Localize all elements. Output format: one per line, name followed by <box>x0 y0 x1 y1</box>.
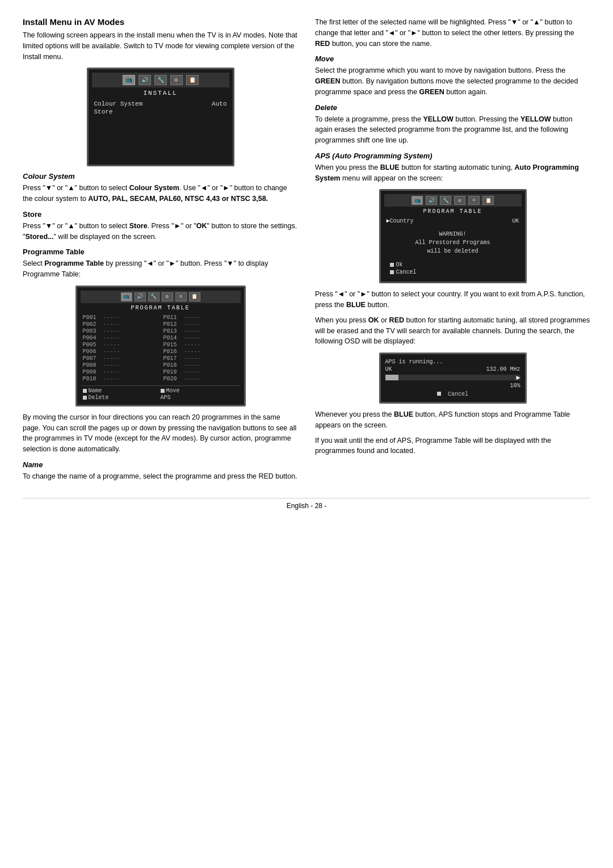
running-country: UK <box>385 366 392 372</box>
pt-icon-list: ≡ <box>175 292 187 301</box>
aps-title: APS (Auto Programming System) <box>315 152 590 160</box>
prog-table-menu-bar: 📺 🔊 🔧 ⚙ ≡ 📋 <box>81 291 241 303</box>
prog-p019: P019----- <box>163 369 238 375</box>
section-aps-desc4: If you wait until the end of APS, Progra… <box>315 435 590 457</box>
footer-name: Name <box>83 388 161 394</box>
prog-p001: P001----- <box>83 315 158 321</box>
section-prog-desc: By moving the cursor in four directions … <box>23 412 298 455</box>
running-cancel-row: Cancel <box>385 391 520 397</box>
prog-p016: P016----- <box>163 349 238 355</box>
running-percent-row: 10% <box>385 383 520 389</box>
aps-ok-row: Ok <box>390 262 516 268</box>
section-name-cont: The first letter of the selected name wi… <box>315 17 590 49</box>
colour-system-title: Colour System <box>23 172 298 181</box>
name-section-title: Name <box>23 460 298 469</box>
aps-icon-tools: 🔧 <box>440 196 451 205</box>
running-cancel-bullet <box>437 392 441 396</box>
aps-desc3-para: Whenever you press the BLUE button, APS … <box>315 409 590 431</box>
left-column: Install Menu in AV Modes The following s… <box>23 17 298 487</box>
aps-running-screen: APS is running... UK 132.00 MHz ► 10% Ca… <box>379 353 527 404</box>
section-move: Move Select the programme which you want… <box>315 54 590 97</box>
aps-cancel-label: Cancel <box>396 269 417 275</box>
prog-p002: P002----- <box>83 321 158 328</box>
aps-country-row: ► Country UK <box>384 217 522 225</box>
install-screen-title: INSTALL <box>92 90 229 97</box>
prog-p015: P015----- <box>163 342 238 348</box>
aps-running-text: APS is running... <box>385 359 443 365</box>
aps-screen-title: PROGRAM TABLE <box>384 208 522 215</box>
programme-table-para: Select Programme Table by pressing "◄" o… <box>23 258 298 280</box>
prog-p013: P013----- <box>163 328 238 334</box>
running-text-row: APS is running... <box>385 359 520 365</box>
prog-p012: P012----- <box>163 321 238 328</box>
prog-p009: P009----- <box>83 369 158 375</box>
install-row-store: Store <box>92 108 229 116</box>
footer-name-label: Name <box>89 388 102 394</box>
name-section-para: To change the name of a programme, selec… <box>23 471 298 482</box>
aps-icon-audio: 🔊 <box>426 196 437 205</box>
section-colour-system: Colour System Press "▼" or "▲" button to… <box>23 172 298 204</box>
install-menu-bar: 📺 🔊 🔧 ⚙ 📋 <box>92 73 229 87</box>
move-para: Select the programme which you want to m… <box>315 65 590 97</box>
name-bullet-icon <box>83 389 87 393</box>
prog-p018: P018----- <box>163 362 238 368</box>
prog-p010: P010----- <box>83 376 158 382</box>
section-aps: APS (Auto Programming System) When you p… <box>315 152 590 284</box>
aps-menu-bar: 📺 🔊 🔧 ⚙ ≡ 📋 <box>384 194 522 207</box>
prog-p005: P005----- <box>83 342 158 348</box>
section-install-av: Install Menu in AV Modes The following s… <box>23 17 298 166</box>
prog-p007: P007----- <box>83 355 158 362</box>
footer-aps: APS <box>161 395 238 401</box>
aps-progress-fill <box>385 375 399 380</box>
icon-tv: 📺 <box>123 75 135 85</box>
prog-desc-para: By moving the cursor in four directions … <box>23 412 298 455</box>
aps-warning-line1: WARNING! <box>387 230 519 238</box>
icon-tools: 🔧 <box>154 75 167 85</box>
section-programme-table: Programme Table Select Programme Table b… <box>23 248 298 406</box>
footer-text: English - 28 - <box>287 502 327 510</box>
running-country-freq-row: UK 132.00 MHz <box>385 366 520 372</box>
aps-warning-line3: will be deleted <box>387 247 519 255</box>
running-percent: 10% <box>510 383 520 389</box>
aps-screen: 📺 🔊 🔧 ⚙ ≡ 📋 PROGRAM TABLE ► Country UK W… <box>379 189 527 283</box>
prog-p008: P008----- <box>83 362 158 368</box>
prog-grid: P001----- P011----- P002----- P012----- … <box>81 313 241 383</box>
move-title: Move <box>315 54 590 63</box>
store-label: Store <box>94 108 113 115</box>
store-section-title: Store <box>23 210 298 219</box>
footer-delete: Delete <box>83 395 161 401</box>
install-av-para: The following screen appears in the inst… <box>23 30 298 62</box>
aps-cancel-row: Cancel <box>390 269 516 275</box>
aps-warning-box: WARNING! All Prestored Programs will be … <box>384 225 522 260</box>
delete-title: Delete <box>315 103 590 112</box>
icon-audio: 🔊 <box>138 75 151 85</box>
install-body <box>92 116 229 161</box>
aps-icon-list: ≡ <box>468 196 480 205</box>
programme-table-screen: 📺 🔊 🔧 ⚙ ≡ 📋 PROGRAM TABLE P001----- P011… <box>75 286 246 406</box>
name-cont-para: The first letter of the selected name wi… <box>315 17 590 49</box>
aps-ok-cancel: Ok Cancel <box>384 260 522 278</box>
store-para: Press "▼" or "▲" button to select Store.… <box>23 221 298 242</box>
section-aps-desc2: When you press OK or RED button for star… <box>315 315 590 404</box>
aps-warning-line2: All Prestored Programs <box>387 238 519 247</box>
prog-table-screen-title: PROGRAM TABLE <box>81 305 241 311</box>
pt-icon-extra: 📋 <box>189 292 200 301</box>
delete-para: To delete a programme, press the YELLOW … <box>315 114 590 146</box>
aps-intro-para: When you press the BLUE button for start… <box>315 162 590 184</box>
running-cancel-label: Cancel <box>448 391 468 397</box>
colour-system-value: Auto <box>212 100 226 107</box>
aps-country-value: UK <box>512 218 519 224</box>
running-frequency: 132.00 MHz <box>486 366 520 372</box>
aps-icon-settings: ⚙ <box>454 196 465 205</box>
icon-extra: 📋 <box>186 75 199 85</box>
right-column: The first letter of the selected name wi… <box>315 17 590 487</box>
aps-desc2-para: When you press OK or RED button for star… <box>315 315 590 347</box>
prog-p004: P004----- <box>83 335 158 341</box>
install-row-colour: Colour System Auto <box>92 100 229 108</box>
section-store: Store Press "▼" or "▲" button to select … <box>23 210 298 242</box>
footer-aps-label: APS <box>161 395 171 401</box>
prog-p006: P006----- <box>83 349 158 355</box>
colour-system-label: Colour System <box>94 100 143 107</box>
prog-p011: P011----- <box>163 315 238 321</box>
pt-icon-tv: 📺 <box>121 292 132 301</box>
